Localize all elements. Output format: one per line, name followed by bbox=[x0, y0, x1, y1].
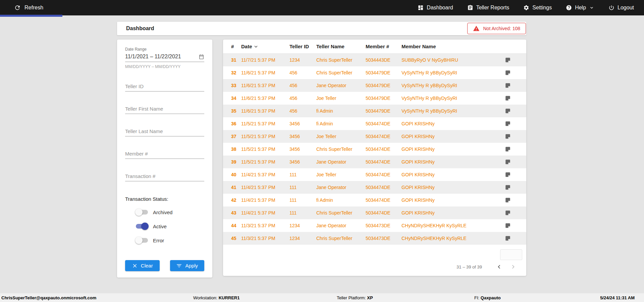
cell-date: 11/4/21 5:37 PM bbox=[241, 185, 289, 190]
cell-teller-id: 1234 bbox=[289, 223, 316, 228]
column-header-member-name: Member Name bbox=[401, 44, 505, 49]
cell-teller-id: 3456 bbox=[289, 134, 316, 139]
table-row[interactable]: 3111/7/21 5:37 PM1234Chris SuperTeller50… bbox=[223, 54, 526, 66]
workstation-info: Workstation: KURRER1 bbox=[193, 295, 239, 300]
cell-num: 45 bbox=[231, 236, 241, 241]
chevron-right-icon bbox=[509, 263, 517, 270]
previous-page-button[interactable] bbox=[493, 261, 505, 273]
cell-member-num: 5034474DE bbox=[366, 159, 401, 165]
cell-teller-name: Jane Operator bbox=[316, 83, 366, 88]
table-row[interactable]: 3311/6/21 5:37 PM456Jane Operator5034479… bbox=[223, 79, 526, 92]
cell-teller-name: fi Admin bbox=[316, 197, 366, 203]
cell-date: 11/7/21 5:37 PM bbox=[241, 57, 289, 63]
active-tab-indicator bbox=[0, 15, 62, 17]
table-row[interactable]: 3811/5/21 5:37 PM3456Chris SuperTeller50… bbox=[223, 143, 526, 156]
cell-teller-id: 3456 bbox=[289, 121, 316, 126]
disabled-action-button bbox=[500, 249, 522, 260]
column-header-date[interactable]: Date bbox=[241, 44, 289, 50]
fi-label: FI: bbox=[474, 295, 479, 300]
date-range-label: Date Range bbox=[125, 47, 204, 52]
note-icon bbox=[505, 133, 511, 139]
note-icon bbox=[505, 223, 511, 229]
not-archived-label: Not Archived: 108 bbox=[483, 26, 520, 31]
row-note-button[interactable] bbox=[505, 146, 511, 152]
note-icon bbox=[505, 172, 511, 178]
toggle-label: Error bbox=[153, 238, 164, 243]
nav-teller-reports[interactable]: Teller Reports bbox=[467, 5, 509, 11]
table-row[interactable]: 4411/3/21 5:37 PM1234Jane Operator503447… bbox=[223, 219, 526, 232]
row-note-button[interactable] bbox=[505, 95, 511, 101]
table-row[interactable]: 3611/5/21 5:37 PM3456fi Admin5034474DEGO… bbox=[223, 117, 526, 130]
column-header-label: Date bbox=[241, 44, 252, 49]
not-archived-badge[interactable]: Not Archived: 108 bbox=[467, 23, 526, 34]
teller-first-name-input[interactable] bbox=[125, 104, 204, 114]
fi-info: FI: Qaxpauto bbox=[474, 295, 501, 300]
platform-value: XP bbox=[367, 295, 373, 300]
transaction-input[interactable] bbox=[125, 171, 204, 181]
row-note-button[interactable] bbox=[505, 235, 511, 241]
apply-button[interactable]: Apply bbox=[170, 260, 205, 271]
nav-dashboard[interactable]: Dashboard bbox=[418, 5, 453, 11]
row-note-button[interactable] bbox=[505, 223, 511, 229]
table-row[interactable]: 3911/5/21 5:37 PM3456Jane Operator503447… bbox=[223, 156, 526, 168]
row-note-button[interactable] bbox=[505, 197, 511, 203]
date-range-input[interactable] bbox=[125, 54, 199, 60]
note-icon bbox=[505, 95, 511, 101]
note-icon bbox=[505, 159, 511, 165]
date-picker-button[interactable] bbox=[199, 54, 204, 60]
table-row[interactable]: 4111/4/21 5:37 PM111Jane Operator5034474… bbox=[223, 181, 526, 194]
transaction-status-label: Transaction Status: bbox=[125, 196, 204, 202]
cell-member-name: GOPI KRISHNy bbox=[401, 121, 505, 126]
cell-member-num: 5034474DE bbox=[366, 210, 401, 216]
table-row[interactable]: 4311/4/21 5:37 PM111Chris SuperTeller503… bbox=[223, 206, 526, 219]
cell-teller-id: 3456 bbox=[289, 146, 316, 152]
cell-member-num: 5034473DE bbox=[366, 223, 401, 228]
table-row[interactable]: 4211/4/21 5:37 PM111fi Admin5034474DEGOP… bbox=[223, 194, 526, 206]
clear-button[interactable]: Clear bbox=[125, 260, 160, 271]
nav-logout[interactable]: Logout bbox=[608, 5, 634, 11]
row-note-button[interactable] bbox=[505, 57, 511, 63]
table-row[interactable]: 3711/5/21 5:37 PM3456Joe Teller5034474DE… bbox=[223, 130, 526, 143]
refresh-label: Refresh bbox=[24, 5, 43, 11]
cell-num: 35 bbox=[231, 108, 241, 114]
cell-teller-name: Jane Operator bbox=[316, 223, 366, 228]
table-row[interactable]: 3511/6/21 5:37 PM456fi Admin5034479DEVyS… bbox=[223, 105, 526, 117]
cell-teller-id: 456 bbox=[289, 70, 316, 75]
help-icon bbox=[566, 5, 572, 11]
table-row[interactable]: 4011/4/21 5:37 PM111Joe Teller5034474DEG… bbox=[223, 168, 526, 181]
row-note-button[interactable] bbox=[505, 82, 511, 88]
note-icon bbox=[505, 82, 511, 88]
column-header-member-num: Member # bbox=[366, 44, 401, 49]
row-note-button[interactable] bbox=[505, 133, 511, 139]
table-row[interactable]: 3411/6/21 5:37 PM456Joe Teller5034479DEV… bbox=[223, 92, 526, 105]
cell-num: 34 bbox=[231, 96, 241, 101]
cell-teller-id: 111 bbox=[289, 197, 316, 203]
refresh-button[interactable]: Refresh bbox=[0, 0, 43, 15]
toggle-archived[interactable] bbox=[135, 208, 149, 216]
row-note-button[interactable] bbox=[505, 108, 511, 114]
cell-member-name: GOPI KRISHNy bbox=[401, 134, 505, 139]
teller-last-name-input[interactable] bbox=[125, 126, 204, 136]
row-note-button[interactable] bbox=[505, 210, 511, 216]
note-icon bbox=[505, 146, 511, 152]
row-note-button[interactable] bbox=[505, 184, 511, 190]
cell-teller-id: 456 bbox=[289, 96, 316, 101]
row-note-button[interactable] bbox=[505, 121, 511, 127]
member-input[interactable] bbox=[125, 149, 204, 159]
cell-num: 31 bbox=[231, 57, 241, 63]
table-row[interactable]: 4511/3/21 5:37 PM1234Chris SuperTeller50… bbox=[223, 232, 526, 245]
nav-help[interactable]: Help bbox=[566, 5, 594, 11]
nav-settings[interactable]: Settings bbox=[523, 5, 552, 11]
toggle-active[interactable] bbox=[135, 223, 149, 230]
table-row[interactable]: 3211/6/21 5:37 PM456Chris SuperTeller503… bbox=[223, 66, 526, 79]
row-note-button[interactable] bbox=[505, 172, 511, 178]
top-navigation: Dashboard Teller Reports Settings Help L… bbox=[418, 5, 644, 11]
chevron-down-icon bbox=[589, 5, 594, 10]
teller-id-input[interactable] bbox=[125, 81, 204, 92]
row-note-button[interactable] bbox=[505, 159, 511, 165]
cell-teller-id: 1234 bbox=[289, 236, 316, 241]
cell-member-num: 5034474DE bbox=[366, 146, 401, 152]
toggle-error[interactable] bbox=[135, 237, 149, 244]
row-note-button[interactable] bbox=[505, 70, 511, 76]
column-header-label: Teller ID bbox=[289, 44, 309, 49]
